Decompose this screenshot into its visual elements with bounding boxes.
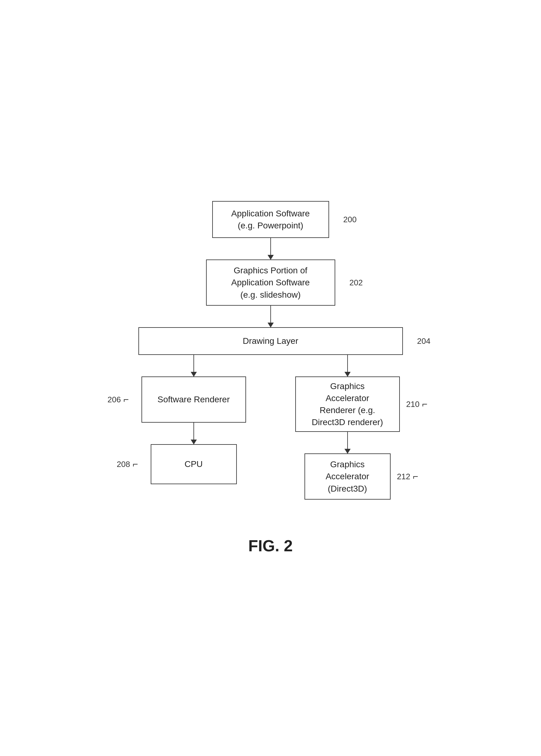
right-branch: Graphics Accelerator Renderer (e.g. Dire… xyxy=(292,355,403,500)
ga-renderer-line4: Direct3D renderer) xyxy=(312,416,383,428)
connector-drawing-to-ga-renderer xyxy=(347,355,348,376)
ga-direct3d-line3: (Direct3D) xyxy=(326,483,369,495)
drawing-layer-ref: 204 xyxy=(417,336,430,346)
software-renderer-box: Software Renderer xyxy=(142,376,246,423)
app-software-label-line1: Application Software xyxy=(231,207,310,219)
ga-renderer-box: Graphics Accelerator Renderer (e.g. Dire… xyxy=(295,376,400,432)
cpu-ref: 208 xyxy=(117,460,130,469)
graphics-portion-line2: Application Software xyxy=(231,276,310,288)
ga-direct3d-ref: 212 xyxy=(397,472,410,481)
software-renderer-ref-container: 206 ⌐ xyxy=(108,394,129,405)
cpu-box: CPU xyxy=(151,444,237,484)
ga-renderer-line2: Accelerator xyxy=(312,392,383,404)
ga-direct3d-line2: Accelerator xyxy=(326,470,369,482)
drawing-layer-wrapper: Drawing Layer 204 xyxy=(138,327,403,355)
left-branch: Software Renderer 206 ⌐ CPU 208 ⌐ xyxy=(138,355,249,500)
app-software-ref: 200 xyxy=(343,215,356,224)
figure-caption: FIG. 2 xyxy=(248,537,292,555)
ga-renderer-line3: Renderer (e.g. xyxy=(312,404,383,416)
cpu-ref-container: 208 ⌐ xyxy=(117,459,138,469)
drawing-layer-box: Drawing Layer xyxy=(138,327,403,355)
graphics-portion-line1: Graphics Portion of xyxy=(231,264,310,276)
app-software-label-line2: (e.g. Powerpoint) xyxy=(231,219,310,231)
software-renderer-ref: 206 xyxy=(108,395,121,404)
diagram-container: Application Software (e.g. Powerpoint) 2… xyxy=(86,176,455,580)
software-renderer-label: Software Renderer xyxy=(158,393,230,405)
app-software-box: Application Software (e.g. Powerpoint) xyxy=(212,201,329,238)
ga-renderer-line1: Graphics xyxy=(312,380,383,392)
graphics-portion-line3: (e.g. slideshow) xyxy=(231,289,310,301)
ga-direct3d-ref-container: 212 ⌐ xyxy=(397,471,418,482)
ga-renderer-ref: 210 xyxy=(406,400,419,409)
connector-drawing-to-software-renderer xyxy=(194,355,194,376)
ga-direct3d-box: Graphics Accelerator (Direct3D) xyxy=(304,453,391,500)
connector-ga-renderer-to-ga xyxy=(347,432,348,453)
graphics-portion-box: Graphics Portion of Application Software… xyxy=(206,259,335,306)
connector-software-renderer-to-cpu xyxy=(194,423,194,444)
connector-graphics-to-drawing xyxy=(270,306,271,327)
connector-app-to-graphics xyxy=(270,238,271,259)
graphics-portion-ref: 202 xyxy=(349,278,363,288)
ga-renderer-ref-container: 210 ⌐ xyxy=(406,399,427,409)
top-section: Application Software (e.g. Powerpoint) 2… xyxy=(98,201,443,355)
split-section: Software Renderer 206 ⌐ CPU 208 ⌐ xyxy=(138,355,403,500)
ga-direct3d-line1: Graphics xyxy=(326,458,369,470)
drawing-layer-label: Drawing Layer xyxy=(243,335,298,347)
cpu-label: CPU xyxy=(185,458,203,470)
